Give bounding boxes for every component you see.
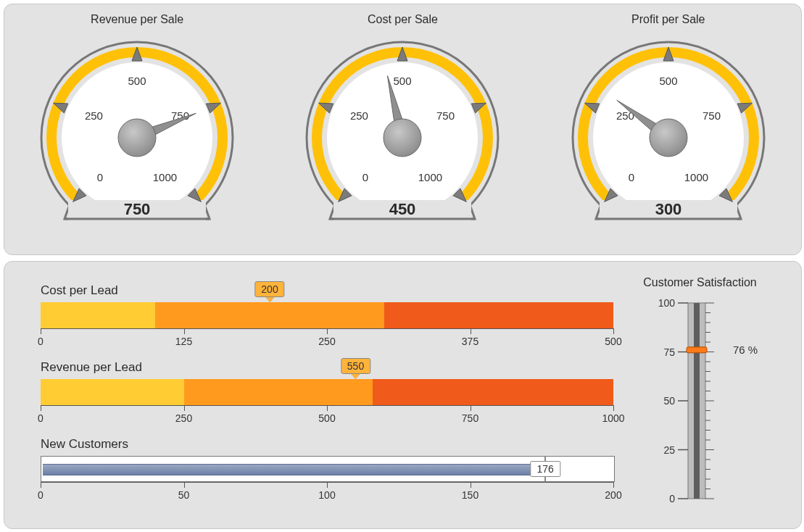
bar-1: 55002505007501000	[41, 379, 621, 427]
svg-rect-49	[694, 303, 700, 499]
svg-text:750: 750	[437, 109, 455, 122]
svg-text:1000: 1000	[418, 171, 442, 183]
bar-value: 176	[531, 461, 560, 477]
bar-value: 200	[254, 281, 284, 297]
gauge-0: Revenue per Sale02505007501000750	[17, 12, 257, 242]
thermometer-chart: 025507510076 %	[639, 292, 762, 510]
svg-text:75: 75	[663, 346, 675, 358]
gauge-title: Profit per Sale	[549, 13, 788, 26]
gauges-row: Revenue per Sale02505007501000750Cost pe…	[4, 4, 801, 254]
svg-point-46	[650, 119, 687, 157]
bar-0: 2000125250375500	[41, 302, 621, 350]
svg-text:100: 100	[658, 297, 675, 309]
svg-text:500: 500	[394, 75, 412, 87]
svg-text:500: 500	[128, 75, 146, 87]
gauges-panel: Revenue per Sale02505007501000750Cost pe…	[4, 4, 802, 255]
svg-rect-81	[687, 347, 707, 353]
thermometer-area: Customer Satisfaction 025507510076 %	[621, 262, 801, 528]
svg-text:500: 500	[659, 75, 677, 87]
svg-text:0: 0	[669, 493, 675, 504]
svg-text:0: 0	[97, 171, 103, 183]
bar-value: 550	[341, 358, 370, 374]
svg-text:76 %: 76 %	[733, 344, 758, 356]
horizontal-bars: Cost per Lead2000125250375500Revenue per…	[4, 262, 621, 528]
svg-point-30	[384, 119, 421, 157]
bar-title: Cost per Lead	[41, 283, 621, 298]
svg-text:300: 300	[655, 200, 681, 218]
svg-text:1000: 1000	[684, 171, 708, 183]
gauge-dial: 02505007501000750	[25, 29, 249, 239]
metrics-panel: Cost per Lead2000125250375500Revenue per…	[4, 261, 802, 529]
svg-text:0: 0	[362, 171, 368, 183]
svg-text:25: 25	[663, 444, 675, 456]
svg-text:450: 450	[389, 200, 416, 218]
gauge-title: Revenue per Sale	[17, 13, 257, 26]
svg-text:250: 250	[350, 109, 368, 122]
gauge-dial: 02505007501000450	[290, 29, 515, 239]
bar-2: 176050100150200	[41, 456, 621, 504]
svg-text:750: 750	[124, 200, 151, 218]
gauge-2: Profit per Sale02505007501000300	[549, 12, 788, 242]
svg-text:1000: 1000	[153, 171, 177, 183]
bar-title: New Customers	[41, 437, 621, 452]
gauge-dial: 02505007501000300	[556, 29, 781, 239]
svg-text:750: 750	[703, 109, 721, 122]
svg-point-14	[118, 119, 156, 157]
svg-text:250: 250	[85, 109, 103, 122]
bar-title: Revenue per Lead	[41, 360, 621, 375]
thermometer-title: Customer Satisfaction	[621, 276, 779, 289]
svg-text:50: 50	[663, 395, 675, 407]
gauge-title: Cost per Sale	[283, 13, 522, 26]
svg-text:0: 0	[629, 171, 634, 183]
gauge-1: Cost per Sale02505007501000450	[283, 12, 522, 242]
